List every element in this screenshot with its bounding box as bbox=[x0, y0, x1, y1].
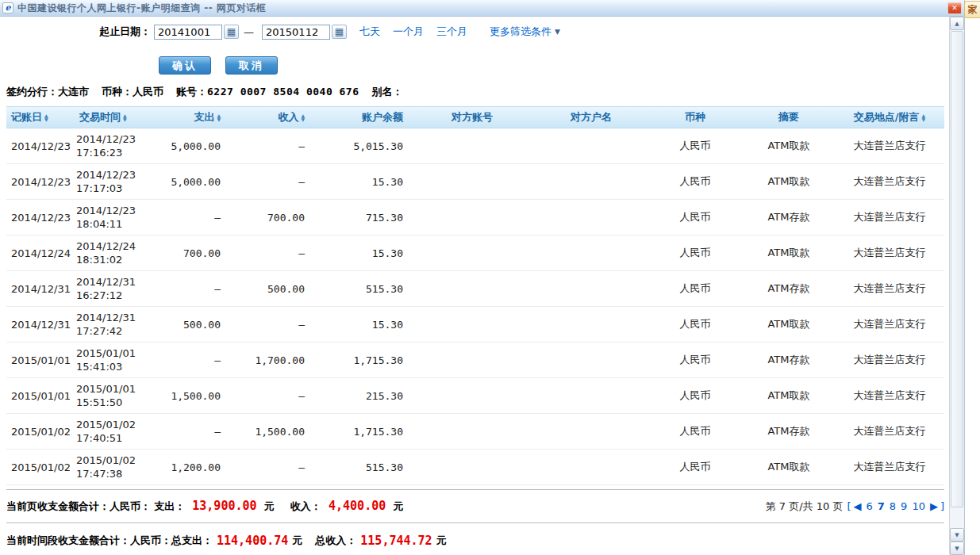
pagination: 第 7 页/共 10 页[◀678910▶] bbox=[766, 500, 944, 514]
cell-txn-time: 2014/12/2317:17:03 bbox=[75, 168, 148, 195]
page-indicator: 第 7 页/共 10 页 bbox=[766, 500, 844, 512]
cell-post-date: 2014/12/24 bbox=[6, 247, 75, 259]
column-header-counterparty-account: 对方账号 bbox=[409, 107, 535, 128]
scroll-down-icon[interactable]: ▼ bbox=[950, 528, 964, 542]
dialog-content: 起止日期： ▦ — ▦ 七天 一个月 三个月 更多筛选条件 ▼ 确认 取消 签约… bbox=[0, 17, 949, 555]
column-header-currency: 币种 bbox=[648, 107, 743, 128]
alias-label: 别名： bbox=[372, 86, 403, 98]
cell-post-date: 2014/12/23 bbox=[6, 212, 75, 224]
next-page-icon[interactable]: ▶ bbox=[930, 500, 938, 512]
cell-post-date: 2015/01/01 bbox=[6, 354, 75, 366]
cell-post-date: 2014/12/23 bbox=[6, 140, 75, 152]
prev-page-icon[interactable]: ◀ bbox=[853, 500, 861, 512]
page-link-6[interactable]: 6 bbox=[866, 500, 872, 512]
close-icon[interactable]: ✕ bbox=[947, 2, 962, 14]
scroll-down-outer-icon[interactable]: ▼ bbox=[950, 542, 964, 555]
cell-txn-time: 2014/12/2318:04:11 bbox=[75, 204, 148, 231]
cell-expense: – bbox=[148, 212, 227, 224]
page-income-amount: 4,400.00 bbox=[329, 499, 386, 513]
quick-range-seven-days[interactable]: 七天 bbox=[359, 25, 380, 39]
column-header-post-date[interactable]: 记账日▲▼ bbox=[6, 107, 75, 128]
page-income-unit: 元 bbox=[393, 500, 403, 512]
scrollbar-track[interactable] bbox=[950, 31, 964, 527]
account-info-line: 签约分行：大连市币种：人民币账号：6227 0007 8504 0040 676… bbox=[6, 85, 949, 99]
page-link-8[interactable]: 8 bbox=[890, 500, 896, 512]
cell-income: 1,500.00 bbox=[227, 426, 311, 438]
cell-txn-time: 2014/12/2317:16:23 bbox=[75, 132, 148, 159]
action-button-row: 确认 取消 bbox=[159, 56, 949, 75]
cell-post-date: 2015/01/01 bbox=[6, 390, 75, 402]
period-expense-unit: 元 bbox=[292, 534, 302, 548]
home-shortcut[interactable]: 家 bbox=[964, 1, 980, 18]
start-date-input[interactable] bbox=[154, 25, 222, 40]
sort-icon[interactable]: ▲▼ bbox=[217, 113, 221, 121]
table-body: 2014/12/232014/12/2317:16:235,000.00–5,0… bbox=[6, 128, 944, 485]
cell-txn-time: 2014/12/2418:31:02 bbox=[75, 239, 148, 266]
end-date-input[interactable] bbox=[262, 25, 330, 40]
page-summary-bar: 当前页收支金额合计：人民币： 支出： 13,900.00 元 收入： 4,400… bbox=[6, 489, 944, 522]
cell-location: 大连普兰店支行 bbox=[835, 317, 944, 331]
page-link-7[interactable]: 7 bbox=[878, 500, 885, 512]
pagination-pages: 678910 bbox=[863, 500, 927, 512]
sort-icon[interactable]: ▲▼ bbox=[922, 113, 926, 121]
end-date-calendar-icon[interactable]: ▦ bbox=[332, 25, 347, 39]
table-row: 2014/12/232014/12/2317:16:235,000.00–5,0… bbox=[6, 128, 944, 164]
cell-balance: 1,715.30 bbox=[311, 426, 409, 438]
column-header-counterparty-name: 对方户名 bbox=[535, 107, 648, 128]
dialog-icon: e bbox=[2, 2, 13, 13]
table-row: 2014/12/242014/12/2418:31:02700.00–15.30… bbox=[6, 235, 944, 271]
cell-summary: ATM取款 bbox=[743, 139, 835, 153]
scrollbar-thumb[interactable] bbox=[951, 31, 963, 507]
column-header-location[interactable]: 交易地点/附言▲▼ bbox=[835, 107, 944, 128]
sort-icon[interactable]: ▲▼ bbox=[44, 113, 48, 121]
more-filters-label: 更多筛选条件 bbox=[490, 25, 551, 39]
cell-income: – bbox=[227, 319, 311, 331]
cell-location: 大连普兰店支行 bbox=[835, 210, 944, 224]
table-row: 2015/01/012015/01/0115:51:501,500.00–215… bbox=[6, 378, 944, 414]
cell-expense: 1,500.00 bbox=[148, 390, 227, 402]
table-row: 2015/01/022015/01/0217:40:51–1,500.001,7… bbox=[6, 414, 944, 450]
start-date-calendar-icon[interactable]: ▦ bbox=[224, 25, 239, 39]
cell-txn-time: 2015/01/0217:40:51 bbox=[75, 418, 148, 445]
cell-post-date: 2014/12/31 bbox=[6, 283, 75, 295]
cell-location: 大连普兰店支行 bbox=[835, 353, 944, 367]
more-filters-link[interactable]: 更多筛选条件 ▼ bbox=[490, 25, 560, 39]
page-link-10[interactable]: 10 bbox=[912, 500, 925, 512]
cell-expense: 1,200.00 bbox=[148, 461, 227, 473]
cell-summary: ATM存款 bbox=[743, 353, 835, 367]
cell-income: – bbox=[227, 461, 311, 473]
page-link-9[interactable]: 9 bbox=[901, 500, 907, 512]
confirm-button[interactable]: 确认 bbox=[159, 56, 211, 75]
sort-icon[interactable]: ▲▼ bbox=[123, 113, 127, 121]
cell-expense: – bbox=[148, 354, 227, 366]
cell-expense: 500.00 bbox=[148, 319, 227, 331]
pagination-bracket-close: ] bbox=[940, 500, 944, 512]
cell-currency: 人民币 bbox=[648, 246, 743, 260]
date-filter-row: 起止日期： ▦ — ▦ 七天 一个月 三个月 更多筛选条件 ▼ bbox=[99, 23, 949, 40]
scroll-up-icon[interactable]: ▲ bbox=[950, 17, 964, 30]
cell-location: 大连普兰店支行 bbox=[835, 281, 944, 296]
cancel-button[interactable]: 取消 bbox=[225, 56, 278, 75]
page-expense-unit: 元 bbox=[264, 500, 275, 512]
vertical-scrollbar[interactable]: ▲ ▼ ▼ bbox=[949, 17, 964, 555]
cell-currency: 人民币 bbox=[648, 424, 743, 438]
page-summary: 当前页收支金额合计：人民币： 支出： 13,900.00 元 收入： 4,400… bbox=[6, 499, 416, 514]
column-header-income[interactable]: 收入▲▼ bbox=[227, 107, 311, 128]
cell-summary: ATM取款 bbox=[743, 246, 835, 260]
currency-value: 人民币 bbox=[133, 86, 163, 98]
cell-balance: 15.30 bbox=[311, 319, 409, 331]
cell-post-date: 2014/12/31 bbox=[6, 319, 75, 331]
branch-value: 大连市 bbox=[58, 86, 89, 98]
column-header-expense[interactable]: 支出▲▼ bbox=[148, 107, 227, 128]
table-row: 2014/12/312014/12/3117:27:42500.00–15.30… bbox=[6, 307, 944, 343]
quick-range-three-months[interactable]: 三个月 bbox=[436, 25, 467, 39]
cell-expense: 700.00 bbox=[148, 247, 227, 259]
column-header-txn-time[interactable]: 交易时间▲▼ bbox=[75, 107, 148, 128]
sort-icon[interactable]: ▲▼ bbox=[301, 113, 305, 121]
quick-range-one-month[interactable]: 一个月 bbox=[393, 25, 424, 39]
cell-summary: ATM存款 bbox=[743, 210, 835, 224]
currency-label: 币种： bbox=[102, 86, 133, 98]
cell-balance: 5,015.30 bbox=[311, 140, 409, 152]
cell-location: 大连普兰店支行 bbox=[835, 424, 944, 438]
account-number-value: 6227 0007 8504 0040 676 bbox=[207, 86, 359, 98]
